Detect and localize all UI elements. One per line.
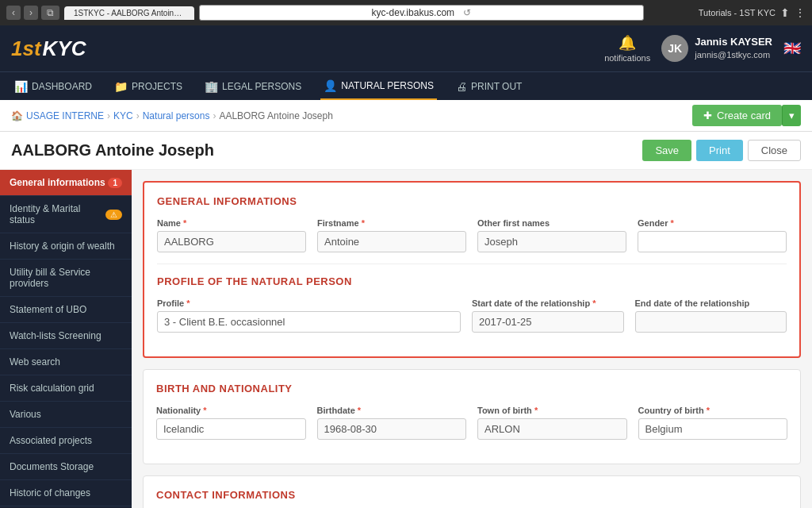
address-bar[interactable]: kyc-dev.ibakus.com ↺ [199, 5, 644, 21]
avatar: JK [661, 35, 688, 62]
name-group: Name * [157, 218, 306, 252]
sidebar-identity-badge: ⚠ [105, 210, 122, 220]
print-icon: 🖨 [456, 80, 467, 93]
sidebar-item-ubo[interactable]: Statement of UBO [0, 297, 132, 323]
sidebar-item-watchlists[interactable]: Watch-lists Screening [0, 323, 132, 349]
other-names-label: Other first names [477, 218, 626, 228]
user-name: Jannis KAYSER [695, 35, 772, 49]
sidebar-item-various[interactable]: Various [0, 402, 132, 428]
nav-legal-label: LEGAL PERSONS [222, 81, 301, 92]
page-title: AALBORG Antoine Joseph [11, 141, 214, 160]
create-card-label: Create card [717, 110, 771, 121]
nationality-label: Nationality * [156, 406, 306, 415]
logo-1st: 1st [11, 37, 41, 61]
gender-label: Gender * [638, 218, 787, 228]
title-actions: Save Print Close [642, 140, 801, 161]
save-button[interactable]: Save [642, 140, 691, 161]
close-button[interactable]: Close [748, 140, 801, 161]
plus-icon: ✚ [703, 110, 712, 121]
sidebar-item-identity[interactable]: Identity & Marital status ⚠ [0, 196, 132, 233]
notifications-area[interactable]: 🔔 notifications [604, 34, 650, 63]
back-button[interactable]: ‹ [6, 6, 21, 20]
logo: 1st KYC [11, 37, 86, 61]
birthdate-label: Birthdate * [317, 406, 467, 415]
nav-print-out[interactable]: 🖨 PRINT OUT [453, 72, 525, 100]
sidebar-utility-label: Utility bill & Service providers [10, 267, 122, 289]
sidebar-item-general[interactable]: General informations 1 [0, 170, 132, 196]
create-card-dropdown-button[interactable]: ▾ [782, 105, 801, 126]
sidebar-item-web[interactable]: Web search [0, 349, 132, 375]
sidebar-risk-label: Risk calculation grid [10, 383, 94, 394]
share-icon[interactable]: ⬆ [780, 6, 790, 19]
profile-label: Profile * [157, 298, 461, 308]
nationality-select[interactable]: Icelandic [156, 418, 306, 440]
breadcrumb-current: AALBORG Antoine Joseph [219, 110, 332, 121]
firstname-label: Firstname * [317, 218, 466, 228]
projects-icon: 📁 [114, 80, 128, 93]
sidebar-item-risk[interactable]: Risk calculation grid [0, 375, 132, 402]
general-info-title: GENERAL INFORMATIONS [157, 195, 787, 207]
sidebar-history-label: History & origin of wealth [10, 241, 115, 252]
sidebar-item-history[interactable]: History & origin of wealth [0, 233, 132, 260]
sidebar-item-documents[interactable]: Documents Storage [0, 454, 132, 480]
breadcrumb: 🏠 USAGE INTERNE › KYC › Natural persons … [11, 110, 333, 121]
gender-select[interactable]: Male Female [638, 231, 787, 252]
town-birth-input[interactable] [477, 418, 627, 440]
breadcrumb-usage[interactable]: USAGE INTERNE [26, 110, 104, 121]
profile-row: Profile * 3 - Client B.E. occasionnel St… [157, 298, 787, 333]
refresh-icon[interactable]: ↺ [463, 7, 471, 18]
gender-group: Gender * Male Female [638, 218, 787, 252]
nav-dashboard-label: DASHBOARD [32, 81, 92, 92]
start-date-input[interactable] [472, 311, 624, 333]
name-label: Name * [157, 218, 306, 228]
sidebar-associated-label: Associated projects [10, 435, 92, 446]
name-input[interactable] [157, 231, 306, 252]
browser-right-icons[interactable]: ⬆ ⋮ [780, 6, 806, 19]
create-card-button[interactable]: ✚ Create card [692, 105, 782, 126]
birth-section: BIRTH AND NATIONALITY Nationality * Icel… [143, 369, 801, 464]
end-date-group: End date of the relationship [635, 298, 787, 333]
country-birth-select[interactable]: Belgium [638, 418, 788, 440]
header-right: 🔔 notifications JK Jannis KAYSER jannis@… [604, 34, 801, 63]
print-button[interactable]: Print [696, 140, 743, 161]
create-card-group[interactable]: ✚ Create card ▾ [692, 105, 801, 126]
sidebar-item-historic[interactable]: Historic of changes [0, 480, 132, 506]
breadcrumb-kyc[interactable]: KYC [113, 110, 133, 121]
sidebar-identity-label: Identity & Marital status [10, 203, 105, 225]
nav-dashboard[interactable]: 📊 DASHBOARD [11, 72, 95, 100]
active-tab[interactable]: 1STKYC - AALBORG Antoine Joseph [64, 6, 194, 20]
sidebar-documents-label: Documents Storage [10, 461, 94, 472]
birthdate-input[interactable] [317, 418, 467, 440]
nav-projects[interactable]: 📁 PROJECTS [111, 72, 186, 100]
sidebar-general-badge: 1 [108, 178, 122, 188]
window-button[interactable]: ⧉ [41, 6, 59, 20]
natural-icon: 👤 [324, 79, 337, 92]
profile-select[interactable]: 3 - Client B.E. occasionnel [157, 311, 461, 333]
nav-bar: 📊 DASHBOARD 📁 PROJECTS 🏢 LEGAL PERSONS 👤… [0, 71, 812, 100]
notifications-label: notifications [604, 53, 650, 63]
firstname-group: Firstname * [317, 218, 466, 252]
nav-legal-persons[interactable]: 🏢 LEGAL PERSONS [201, 72, 304, 100]
menu-icon[interactable]: ⋮ [795, 6, 806, 19]
other-names-input[interactable] [477, 231, 626, 252]
browser-nav-buttons[interactable]: ‹ › ⧉ [6, 6, 59, 20]
forward-button[interactable]: › [24, 6, 38, 20]
breadcrumb-natural[interactable]: Natural persons [143, 110, 210, 121]
end-date-input[interactable] [635, 311, 787, 333]
firstname-input[interactable] [317, 231, 466, 252]
page-title-bar: AALBORG Antoine Joseph Save Print Close [0, 132, 812, 170]
user-area[interactable]: JK Jannis KAYSER jannis@1stkyc.com [661, 35, 772, 62]
nav-natural-persons[interactable]: 👤 NATURAL PERSONS [320, 72, 437, 100]
country-birth-group: Country of birth * Belgium [638, 406, 788, 440]
sidebar-item-associated[interactable]: Associated projects [0, 428, 132, 454]
contact-section: CONTACT INFORMATIONS Private Pro Address… [143, 475, 801, 508]
main-layout: General informations 1 Identity & Marita… [0, 170, 812, 508]
sidebar-item-utility[interactable]: Utility bill & Service providers [0, 260, 132, 297]
tab2-label: Tutorials - 1ST KYC [699, 8, 776, 17]
birth-title: BIRTH AND NATIONALITY [156, 383, 787, 394]
breadcrumb-bar: 🏠 USAGE INTERNE › KYC › Natural persons … [0, 100, 812, 132]
nav-print-label: PRINT OUT [471, 81, 522, 92]
tab1-label: 1STKYC - AALBORG Antoine Joseph [74, 9, 185, 17]
general-info-section: GENERAL INFORMATIONS Name * Firstname * [143, 181, 801, 358]
flag-icon[interactable]: 🇬🇧 [783, 40, 801, 57]
